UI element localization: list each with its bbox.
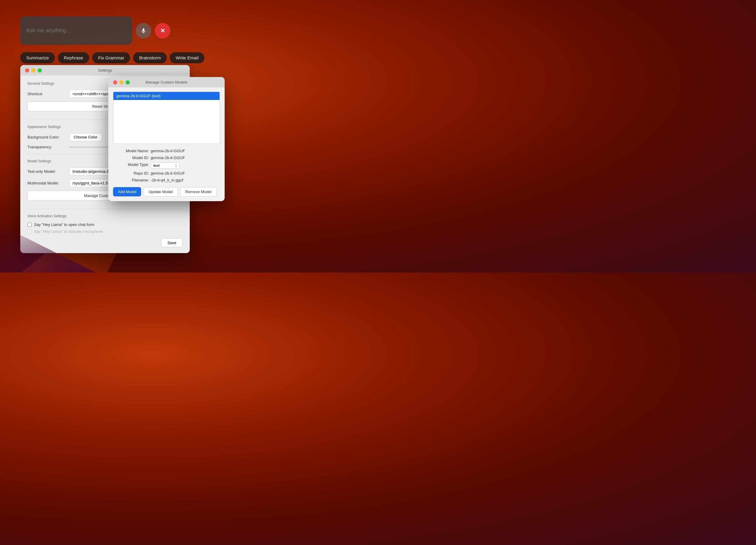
voice-opt1-row: Say "Hey Llama" to open chat form bbox=[27, 222, 183, 227]
transparency-label: Transparency: bbox=[27, 145, 66, 149]
voice-section-title: Voice Activation Settings bbox=[27, 214, 183, 218]
window-close-button[interactable] bbox=[25, 68, 29, 72]
settings-title: Settings bbox=[98, 68, 112, 72]
window-minimize-button[interactable] bbox=[31, 68, 36, 72]
summarize-button[interactable]: Summarize bbox=[20, 52, 55, 63]
voice-opt2-label: Say "Hey Llama" to activate microphone bbox=[34, 229, 103, 234]
models-minimize-button[interactable] bbox=[119, 80, 124, 84]
window-maximize-button[interactable] bbox=[38, 68, 42, 72]
model-type-label: Model Type: bbox=[113, 162, 149, 169]
custom-models-title: Manage Custom Models bbox=[146, 80, 188, 84]
shortcut-label: Shortcut: bbox=[27, 92, 66, 96]
text-model-label: Text-only Model: bbox=[27, 169, 66, 174]
remove-model-button[interactable]: Remove Model bbox=[180, 187, 216, 196]
custom-models-window: Manage Custom Models gemma-2b-it-GGUF (t… bbox=[108, 77, 225, 201]
search-area: ✕ bbox=[20, 16, 170, 45]
brainstorm-button[interactable]: Brainstorm bbox=[133, 52, 167, 63]
mic-icon bbox=[140, 27, 147, 34]
filename-value: -2b-it-q4_k_m.gguf bbox=[151, 178, 220, 182]
models-maximize-button[interactable] bbox=[126, 80, 130, 84]
filename-label: Filename: bbox=[113, 178, 149, 182]
bg-color-label: Background Color: bbox=[27, 135, 66, 139]
model-actions: Add Model Update Model Remove Model bbox=[113, 187, 220, 196]
choose-color-button[interactable]: Choose Color bbox=[69, 133, 102, 141]
rephrase-button[interactable]: Rephrase bbox=[58, 52, 89, 63]
model-id-label: Model ID: bbox=[113, 155, 149, 160]
mic-button[interactable] bbox=[136, 23, 151, 38]
model-name-label: Model Name: bbox=[113, 149, 149, 153]
voice-opt2-row: Say "Hey Llama" to activate microphone bbox=[27, 229, 183, 234]
models-close-button[interactable] bbox=[113, 80, 117, 84]
voice-opt2-checkbox[interactable] bbox=[27, 229, 32, 234]
voice-opt1-label: Say "Hey Llama" to open chat form bbox=[34, 222, 94, 227]
close-icon: ✕ bbox=[160, 27, 165, 34]
model-type-container: text multimodal bbox=[151, 162, 220, 169]
settings-titlebar: Settings bbox=[20, 65, 190, 75]
quick-actions-bar: Summarize Rephrase Fix Grammar Brainstor… bbox=[20, 52, 204, 63]
model-id-value: gemma-2b-it-GGUF bbox=[151, 155, 220, 160]
models-list: gemma-2b-it-GGUF (text) bbox=[113, 92, 220, 144]
model-name-value: gemma-2b-it-GGUF bbox=[151, 149, 220, 153]
repo-id-label: Repo ID: bbox=[113, 171, 149, 175]
save-btn-row: Save bbox=[27, 238, 183, 247]
models-window-controls bbox=[113, 80, 130, 84]
multimodal-label: Multimodal Model: bbox=[27, 181, 66, 185]
save-button[interactable]: Save bbox=[161, 238, 183, 247]
model-list-item[interactable]: gemma-2b-it-GGUF (text) bbox=[113, 92, 220, 100]
model-details: Model Name: gemma-2b-it-GGUF Model ID: g… bbox=[113, 149, 220, 182]
search-input[interactable] bbox=[26, 27, 126, 34]
model-type-select[interactable]: text multimodal bbox=[151, 162, 180, 169]
write-email-button[interactable]: Write Email bbox=[170, 52, 204, 63]
models-titlebar: Manage Custom Models bbox=[108, 77, 225, 87]
window-controls bbox=[25, 68, 42, 72]
repo-id-value: gemma-2b-it-GGUF bbox=[151, 171, 220, 175]
divider-3 bbox=[27, 209, 183, 209]
update-model-button[interactable]: Update Model bbox=[144, 187, 178, 196]
close-search-button[interactable]: ✕ bbox=[155, 23, 170, 38]
voice-opt1-checkbox[interactable] bbox=[27, 223, 32, 227]
fix-grammar-button[interactable]: Fix Grammar bbox=[92, 52, 130, 63]
search-input-box bbox=[20, 16, 132, 45]
models-content: gemma-2b-it-GGUF (text) Model Name: gemm… bbox=[108, 87, 225, 201]
add-model-button[interactable]: Add Model bbox=[113, 187, 141, 196]
